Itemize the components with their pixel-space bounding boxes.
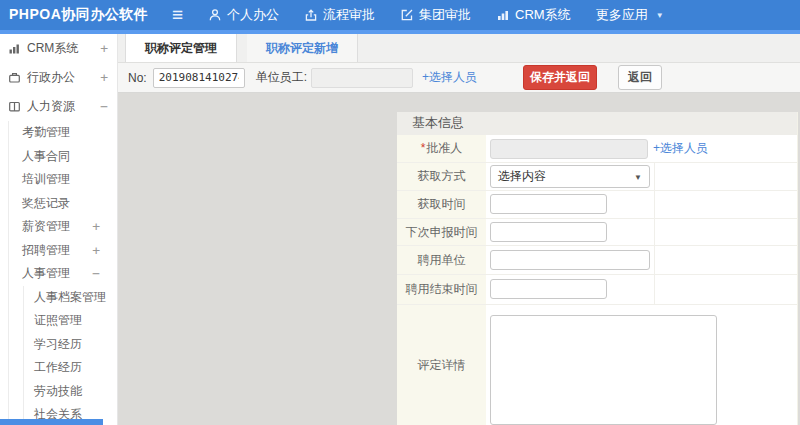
evaluation-detail-textarea[interactable] [490,315,717,425]
sidebar-item-hr-contract[interactable]: 人事合同 [9,145,117,169]
field-label: 获取时间 [397,191,486,218]
app-logo: PHPOA协同办公软件 [0,6,160,24]
expand-icon[interactable]: + [92,219,100,234]
sidebar-item-education[interactable]: 学习经历 [24,333,117,357]
no-input[interactable] [153,68,245,88]
form-row-employment-end-time: 聘用结束时间 [397,275,797,305]
sidebar-item-admin-office[interactable]: 行政办公 + [0,63,117,92]
sidebar-item-rewards[interactable]: 奖惩记录 [9,192,117,216]
caret-down-icon[interactable]: ▼ [656,11,664,20]
user-icon [208,8,222,22]
nav-crm-system[interactable]: CRM系统 [496,6,571,24]
no-label: No: [128,71,147,85]
tab-title-evaluation-manage[interactable]: 职称评定管理 [125,34,237,62]
field-label: 聘用结束时间 [397,275,486,304]
field-label: 聘用单位 [397,246,486,274]
expand-icon[interactable]: + [100,70,108,85]
employment-end-time-input[interactable] [490,279,607,299]
basic-info-panel: 基本信息 *批准人 +选择人员 获取方式 [397,112,798,425]
personnel-submenu: 人事档案管理 证照管理 学习经历 工作经历 劳动技能 社会关系 [23,286,117,425]
sidebar-item-hr[interactable]: 人力资源 − [0,92,117,121]
bar-chart-icon [8,42,21,55]
form-row-employer: 聘用单位 [397,246,797,275]
book-icon [8,100,21,113]
bar-chart-icon [496,8,510,22]
field-label: 获取方式 [397,163,486,190]
next-apply-time-input[interactable] [490,222,607,242]
nav-label: 个人办公 [227,6,279,24]
field-cell [486,275,655,304]
nav-label: 集团审批 [419,6,471,24]
sidebar-item-crm[interactable]: CRM系统 + [0,34,117,63]
collapse-icon[interactable]: − [92,266,100,281]
nav-label: 更多应用 [596,6,648,24]
field-cell: 选择内容 ▼ [486,163,655,190]
form-toolbar: No: 单位员工: +选择人员 保存并返回 返回 [118,63,800,93]
form-row-evaluation-detail: 评定详情 [397,305,797,425]
acquire-method-select[interactable]: 选择内容 ▼ [490,165,650,188]
form-row-acquire-method: 获取方式 选择内容 ▼ [397,163,797,191]
required-marker: * [421,141,426,155]
save-and-return-button[interactable]: 保存并返回 [523,65,597,90]
employee-input[interactable] [311,68,413,88]
acquire-time-input[interactable] [490,194,607,214]
caret-down-icon: ▼ [634,173,642,182]
select-person-link[interactable]: +选择人员 [653,140,708,157]
workflow-upload-icon [304,8,318,22]
sidebar-item-attendance[interactable]: 考勤管理 [9,121,117,145]
sidebar-item-salary[interactable]: 薪资管理 + [9,215,117,239]
top-navbar: PHPOA协同办公软件 ≡ 个人办公 流程审批 [0,0,800,30]
expand-icon[interactable]: + [92,243,100,258]
section-title: 基本信息 [397,112,797,135]
nav-label: CRM系统 [515,6,571,24]
sidebar-item-personnel-files[interactable]: 人事档案管理 [24,286,117,310]
sidebar-item-work-history[interactable]: 工作经历 [24,356,117,380]
employer-input[interactable] [490,250,650,270]
nav-more-apps[interactable]: 更多应用 [596,6,648,24]
form-row-acquire-time: 获取时间 [397,191,797,219]
hr-submenu: 考勤管理 人事合同 培训管理 奖惩记录 薪资管理 + 招聘管理 + 人事管理 −… [8,121,117,425]
nav-label: 流程审批 [323,6,375,24]
edit-square-icon [400,8,414,22]
nav-personal-office[interactable]: 个人办公 [208,6,279,24]
field-label: 下次申报时间 [397,219,486,246]
collapse-icon[interactable]: − [100,99,108,114]
sidebar-menu: CRM系统 + 行政办公 + 人力资源 − 考勤管理 人事合同 培训管 [0,34,118,425]
field-cell [486,191,655,218]
sidebar-bottom-accent [0,419,103,425]
content-area: 基本信息 *批准人 +选择人员 获取方式 [118,93,800,425]
sidebar-item-personnel[interactable]: 人事管理 − [9,262,117,286]
sidebar-item-recruit[interactable]: 招聘管理 + [9,239,117,263]
expand-icon[interactable]: + [100,41,108,56]
form-row-approver: *批准人 +选择人员 [397,135,797,164]
tab-title-evaluation-new[interactable]: 职称评定新增 [247,34,358,62]
hamburger-menu-icon[interactable]: ≡ [172,0,183,30]
form-row-next-apply-time: 下次申报时间 [397,219,797,247]
sidebar-item-labor-skills[interactable]: 劳动技能 [24,380,117,404]
sidebar-item-training[interactable]: 培训管理 [9,168,117,192]
field-label: *批准人 [397,135,486,163]
main-area: 职称评定管理 职称评定新增 No: 单位员工: +选择人员 保存并返回 返回 基… [118,34,800,425]
employee-label: 单位员工: [256,69,307,86]
app-window: PHPOA协同办公软件 ≡ 个人办公 流程审批 [0,0,800,425]
field-cell: +选择人员 [486,135,708,163]
field-cell [486,305,717,425]
field-label: 评定详情 [397,305,486,425]
field-cell [486,246,655,274]
sidebar-item-certificates[interactable]: 证照管理 [24,309,117,333]
nav-workflow-approval[interactable]: 流程审批 [304,6,375,24]
return-button[interactable]: 返回 [618,65,662,90]
approver-input[interactable] [490,139,648,159]
select-value: 选择内容 [498,168,546,185]
nav-group-approval[interactable]: 集团审批 [400,6,471,24]
briefcase-icon [8,71,21,84]
select-person-link[interactable]: +选择人员 [422,69,477,86]
field-cell [486,219,655,246]
tab-bar: 职称评定管理 职称评定新增 [118,34,800,63]
